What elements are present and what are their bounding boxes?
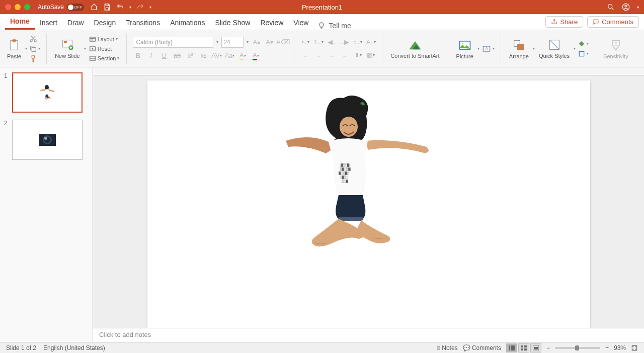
tab-design[interactable]: Design [89, 16, 121, 30]
bold-button[interactable]: B [133, 51, 143, 61]
qat-customize-icon[interactable]: ▾ [149, 5, 151, 10]
shape-fill-icon[interactable] [578, 40, 586, 48]
increase-indent-button[interactable]: ≡▶ [340, 37, 350, 47]
new-slide-button[interactable]: New Slide [53, 37, 82, 60]
text-direction-button[interactable]: A↓▾ [366, 37, 376, 47]
minimize-window-icon[interactable] [15, 4, 21, 10]
strikethrough-button[interactable]: ab [172, 51, 182, 61]
slide-panel[interactable]: 1 2 [0, 67, 93, 342]
normal-view-button[interactable] [506, 343, 517, 352]
format-painter-icon[interactable] [29, 55, 37, 63]
decrease-font-icon[interactable]: A▾ [265, 37, 275, 47]
autosave-control[interactable]: AutoSave OFF [38, 4, 84, 11]
layout-button[interactable]: Layout ▾ [88, 35, 121, 43]
zoom-thumb[interactable] [575, 345, 579, 350]
char-spacing-button[interactable]: AV▾ [211, 51, 221, 61]
fit-window-icon[interactable] [631, 344, 638, 351]
user-icon[interactable] [622, 3, 630, 11]
search-icon[interactable] [607, 3, 615, 11]
paste-dropdown-icon[interactable]: ▾ [25, 46, 27, 51]
columns-button[interactable]: ▦▾ [366, 50, 376, 60]
shape-fill-dropdown-icon[interactable]: ▾ [587, 41, 589, 46]
font-size-dropdown-icon[interactable]: ▾ [247, 40, 249, 44]
autosave-toggle[interactable]: OFF [67, 4, 84, 11]
zoom-out-button[interactable]: − [546, 344, 550, 351]
tab-slideshow[interactable]: Slide Show [210, 16, 255, 30]
tab-draw[interactable]: Draw [62, 16, 89, 30]
italic-button[interactable]: I [146, 51, 156, 61]
align-left-button[interactable]: ≡ [300, 50, 310, 60]
canvas-scroll[interactable]: ▓▒░▓▒▓░▒▓▓░▒▓░░▓▒░▒░▓ [93, 75, 644, 328]
copy-dropdown-icon[interactable]: ▾ [38, 46, 40, 51]
tab-home[interactable]: Home [5, 14, 35, 30]
shape-outline-icon[interactable] [578, 50, 586, 58]
superscript-button[interactable]: x² [185, 51, 195, 61]
tab-transitions[interactable]: Transitions [121, 16, 165, 30]
save-icon[interactable] [103, 3, 111, 11]
slide-counter[interactable]: Slide 1 of 2 [6, 344, 36, 351]
tab-insert[interactable]: Insert [35, 16, 62, 30]
align-justify-button[interactable]: ≡ [340, 50, 350, 60]
undo-icon[interactable] [116, 3, 124, 11]
zoom-level[interactable]: 93% [614, 344, 626, 351]
notes-pane[interactable]: Click to add notes [93, 328, 644, 342]
redo-icon[interactable] [136, 3, 144, 11]
reading-view-button[interactable] [530, 343, 541, 352]
comments-toggle[interactable]: 💬 Comments [463, 344, 501, 351]
thumb-preview[interactable] [12, 120, 83, 160]
tab-review[interactable]: Review [255, 16, 288, 30]
new-slide-dropdown-icon[interactable]: ▾ [84, 46, 86, 51]
clear-format-icon[interactable]: A⌫ [278, 37, 288, 47]
highlight-button[interactable]: A▾ [237, 51, 248, 61]
zoom-slider[interactable] [555, 347, 600, 349]
tab-view[interactable]: View [288, 16, 313, 30]
align-center-button[interactable]: ≡ [313, 50, 324, 60]
language-status[interactable]: English (United States) [43, 344, 105, 351]
slide-thumb-1[interactable]: 1 [4, 72, 89, 113]
maximize-window-icon[interactable] [24, 4, 30, 10]
share-button[interactable]: Share [545, 16, 583, 28]
close-window-icon[interactable] [5, 4, 11, 10]
convert-smartart-button[interactable]: Convert to SmartArt [388, 37, 441, 60]
slide-image[interactable]: ▓▒░▓▒▓░▒▓▓░▒▓░░▓▒░▒░▓ [278, 91, 434, 251]
comments-button[interactable]: Comments [587, 16, 639, 28]
slide-thumb-2[interactable]: 2 [4, 120, 89, 160]
numbering-button[interactable]: 1≡▾ [313, 37, 324, 47]
user-dropdown-icon[interactable]: ▾ [637, 5, 639, 10]
thumb-preview[interactable] [12, 72, 83, 113]
section-button[interactable]: Section ▾ [88, 54, 121, 62]
picture-dropdown-icon[interactable]: ▾ [477, 46, 479, 51]
slide-canvas[interactable]: ▓▒░▓▒▓░▒▓▓░▒▓░░▓▒░▒░▓ [147, 80, 590, 328]
change-case-button[interactable]: Aa▾ [224, 51, 234, 61]
notes-toggle[interactable]: ≡ Notes [437, 344, 458, 351]
sensitivity-button[interactable]: Sensitivity [601, 37, 630, 60]
font-name-select[interactable] [133, 37, 213, 48]
align-right-button[interactable]: ≡ [327, 50, 337, 60]
font-size-select[interactable] [221, 37, 244, 48]
align-vertical-button[interactable]: ⬍▾ [353, 50, 363, 60]
reset-button[interactable]: Reset [88, 45, 121, 53]
undo-dropdown-icon[interactable]: ▾ [129, 5, 131, 10]
textbox-dropdown-icon[interactable]: ▾ [493, 46, 495, 51]
arrange-button[interactable]: Arrange [507, 37, 531, 60]
underline-button[interactable]: U [159, 51, 169, 61]
arrange-dropdown-icon[interactable]: ▾ [533, 46, 535, 51]
tell-me-search[interactable]: Tell me [317, 22, 351, 30]
copy-icon[interactable] [29, 45, 37, 53]
quick-styles-dropdown-icon[interactable]: ▾ [574, 46, 576, 51]
font-color-button[interactable]: A▾ [251, 51, 261, 61]
quick-styles-button[interactable]: Quick Styles [537, 37, 572, 60]
increase-font-icon[interactable]: A▴ [252, 37, 262, 47]
bullets-button[interactable]: •≡▾ [300, 37, 310, 47]
decrease-indent-button[interactable]: ◀≡ [327, 37, 337, 47]
textbox-icon[interactable]: A [481, 44, 492, 54]
picture-button[interactable]: Picture [454, 37, 475, 60]
subscript-button[interactable]: x₂ [198, 51, 208, 61]
cut-icon[interactable] [29, 35, 37, 43]
paste-button[interactable]: Paste [5, 37, 23, 60]
line-spacing-button[interactable]: ↕≡▾ [353, 37, 363, 47]
shape-outline-dropdown-icon[interactable]: ▾ [587, 51, 589, 56]
zoom-in-button[interactable]: + [605, 344, 609, 351]
home-icon[interactable] [90, 3, 98, 11]
font-name-dropdown-icon[interactable]: ▾ [216, 40, 218, 44]
